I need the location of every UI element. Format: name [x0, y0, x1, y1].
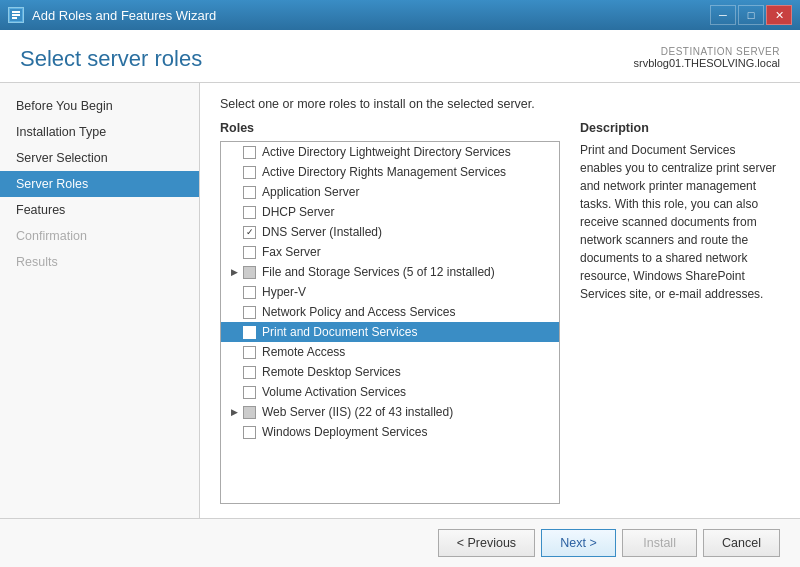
list-item[interactable]: ▶ Remote Access [221, 342, 559, 362]
expander-icon[interactable]: ▶ [227, 265, 241, 279]
role-label: Network Policy and Access Services [262, 305, 455, 319]
role-label: File and Storage Services (5 of 12 insta… [262, 265, 495, 279]
role-checkbox[interactable] [243, 426, 256, 439]
role-checkbox[interactable] [243, 346, 256, 359]
title-bar: Add Roles and Features Wizard ─ □ ✕ [0, 0, 800, 30]
list-item[interactable]: ▶ Remote Desktop Services [221, 362, 559, 382]
title-bar-controls: ─ □ ✕ [710, 5, 792, 25]
title-bar-title: Add Roles and Features Wizard [32, 8, 216, 23]
role-label: Volume Activation Services [262, 385, 406, 399]
role-label: DHCP Server [262, 205, 334, 219]
role-label: Remote Desktop Services [262, 365, 401, 379]
wizard-header: Select server roles DESTINATION SERVER s… [0, 30, 800, 83]
description-title: Description [580, 121, 780, 135]
wizard-content: Before You Begin Installation Type Serve… [0, 83, 800, 518]
svg-rect-2 [12, 14, 20, 16]
role-label: Remote Access [262, 345, 345, 359]
destination-label: DESTINATION SERVER [633, 46, 780, 57]
title-bar-left: Add Roles and Features Wizard [8, 7, 216, 23]
role-checkbox[interactable] [243, 146, 256, 159]
list-item[interactable]: ▶ Print and Document Services [221, 322, 559, 342]
sidebar-item-installation-type[interactable]: Installation Type [0, 119, 199, 145]
page-title: Select server roles [20, 46, 202, 72]
role-label: Print and Document Services [262, 325, 417, 339]
install-button[interactable]: Install [622, 529, 697, 557]
list-item[interactable]: ▶ Web Server (IIS) (22 of 43 installed) [221, 402, 559, 422]
maximize-button[interactable]: □ [738, 5, 764, 25]
role-checkbox[interactable] [243, 166, 256, 179]
role-checkbox[interactable] [243, 286, 256, 299]
expander-icon[interactable]: ▶ [227, 405, 241, 419]
role-checkbox[interactable] [243, 306, 256, 319]
role-checkbox[interactable] [243, 366, 256, 379]
sidebar-item-results[interactable]: Results [0, 249, 199, 275]
sidebar-item-confirmation[interactable]: Confirmation [0, 223, 199, 249]
role-label: Hyper-V [262, 285, 306, 299]
wizard-footer: < Previous Next > Install Cancel [0, 518, 800, 567]
role-label: Windows Deployment Services [262, 425, 427, 439]
list-item[interactable]: ▶ Active Directory Rights Management Ser… [221, 162, 559, 182]
role-label: Web Server (IIS) (22 of 43 installed) [262, 405, 453, 419]
sidebar-item-features[interactable]: Features [0, 197, 199, 223]
list-item[interactable]: ▶ Fax Server [221, 242, 559, 262]
svg-rect-3 [12, 17, 17, 19]
next-button[interactable]: Next > [541, 529, 616, 557]
role-checkbox[interactable] [243, 406, 256, 419]
roles-container: Roles ▶ Active Directory Lightweight Dir… [220, 121, 780, 504]
sidebar-item-server-selection[interactable]: Server Selection [0, 145, 199, 171]
roles-list-container: ▶ Active Directory Lightweight Directory… [220, 141, 560, 504]
list-item[interactable]: ▶ DHCP Server [221, 202, 559, 222]
sidebar-item-server-roles[interactable]: Server Roles [0, 171, 199, 197]
role-checkbox[interactable] [243, 246, 256, 259]
sidebar: Before You Begin Installation Type Serve… [0, 83, 200, 518]
role-checkbox[interactable]: ✓ [243, 226, 256, 239]
role-checkbox[interactable] [243, 326, 256, 339]
instruction-text: Select one or more roles to install on t… [220, 97, 780, 111]
role-label: Application Server [262, 185, 359, 199]
role-label: Fax Server [262, 245, 321, 259]
list-item[interactable]: ▶ Hyper-V [221, 282, 559, 302]
svg-rect-1 [12, 11, 20, 13]
destination-server-info: DESTINATION SERVER srvblog01.THESOLVING.… [633, 46, 780, 69]
role-checkbox[interactable] [243, 206, 256, 219]
list-item[interactable]: ▶ Network Policy and Access Services [221, 302, 559, 322]
role-label: Active Directory Lightweight Directory S… [262, 145, 511, 159]
list-item[interactable]: ▶ ✓ DNS Server (Installed) [221, 222, 559, 242]
role-checkbox[interactable] [243, 266, 256, 279]
list-item[interactable]: ▶ Application Server [221, 182, 559, 202]
role-checkbox[interactable] [243, 386, 256, 399]
role-label: Active Directory Rights Management Servi… [262, 165, 506, 179]
wizard-icon [8, 7, 24, 23]
list-item[interactable]: ▶ Volume Activation Services [221, 382, 559, 402]
wizard-body: Select server roles DESTINATION SERVER s… [0, 30, 800, 567]
roles-section: Roles ▶ Active Directory Lightweight Dir… [220, 121, 560, 504]
role-checkbox[interactable] [243, 186, 256, 199]
description-text: Print and Document Services enables you … [580, 141, 780, 303]
sidebar-item-before-you-begin[interactable]: Before You Begin [0, 93, 199, 119]
description-section: Description Print and Document Services … [580, 121, 780, 504]
list-item[interactable]: ▶ Active Directory Lightweight Directory… [221, 142, 559, 162]
main-panel: Select one or more roles to install on t… [200, 83, 800, 518]
cancel-button[interactable]: Cancel [703, 529, 780, 557]
list-item[interactable]: ▶ File and Storage Services (5 of 12 ins… [221, 262, 559, 282]
role-label: DNS Server (Installed) [262, 225, 382, 239]
previous-button[interactable]: < Previous [438, 529, 535, 557]
roles-title: Roles [220, 121, 560, 135]
server-name: srvblog01.THESOLVING.local [633, 57, 780, 69]
close-button[interactable]: ✕ [766, 5, 792, 25]
minimize-button[interactable]: ─ [710, 5, 736, 25]
list-item[interactable]: ▶ Windows Deployment Services [221, 422, 559, 442]
roles-list[interactable]: ▶ Active Directory Lightweight Directory… [221, 142, 559, 503]
